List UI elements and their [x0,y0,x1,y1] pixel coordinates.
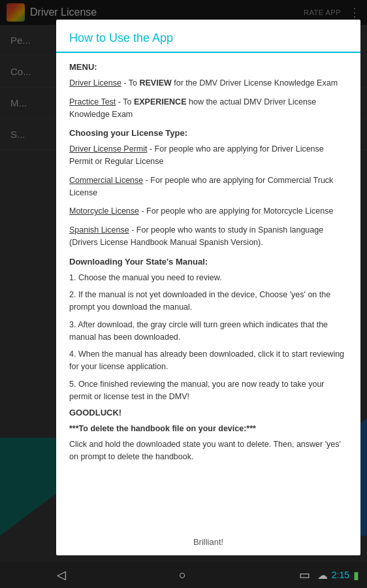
delete-note: ***To delete the handbook file on your d… [69,424,347,433]
goodluck-text: GOODLUCK! [69,408,347,417]
menu-item-practice-test: Practice Test - To EXPERIENCE how the ac… [69,96,347,121]
nav-bar: ◁ ○ ▭ ☁ 2:15 ▮ [0,562,367,588]
back-icon[interactable]: ◁ [57,568,66,582]
step-2: 2. If the manual is not yet downloaded i… [69,289,347,314]
battery-icon: ▮ [353,569,359,581]
menu-item-driver-license: Driver License - To REVIEW for the DMV D… [69,77,347,90]
wifi-icon: ☁ [317,569,328,581]
downloading-heading: Downloading Your State's Manual: [69,257,347,267]
status-area: ☁ 2:15 ▮ [317,562,359,588]
menu-label: MENU: [69,62,347,72]
step-3: 3. After download, the gray circle will … [69,319,347,344]
license-type-spanish: Spanish License - For people who wants t… [69,224,347,249]
step-5: 5. Once finished reviewing the manual, y… [69,378,347,403]
dialog-header: How to Use the App [56,20,360,53]
step-4: 4. When the manual has already been down… [69,348,347,373]
step-1: 1. Choose the manual you need to review. [69,272,347,284]
license-type-commercial: Commercial License - For people who are … [69,174,347,199]
dialog-footer: Brilliant! [56,529,360,555]
license-type-permit: Driver License Permit - For people who a… [69,143,347,168]
recent-apps-icon[interactable]: ▭ [299,568,310,582]
help-dialog: How to Use the App MENU: Driver License … [56,20,360,555]
dialog-body[interactable]: MENU: Driver License - To REVIEW for the… [56,53,360,529]
delete-instruction: Click and hold the downloaded state you … [69,438,347,463]
brilliant-button[interactable]: Brilliant! [193,537,223,547]
choosing-license-heading: Choosing your License Type: [69,128,347,138]
clock: 2:15 [332,570,349,580]
license-type-motorcycle: Motorcycle License - For people who are … [69,205,347,218]
dialog-title: How to Use the App [69,31,173,44]
home-icon[interactable]: ○ [179,568,186,582]
